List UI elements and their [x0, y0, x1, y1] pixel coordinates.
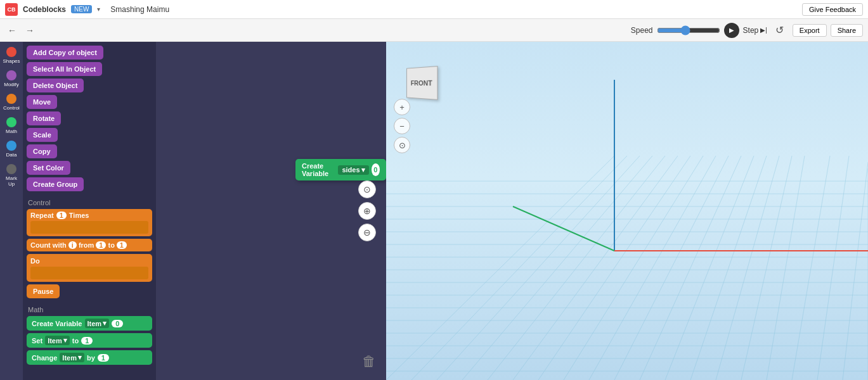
floating-dropdown[interactable]: sides ▾ [338, 165, 368, 175]
sidebar-item-data[interactable]: Data [1, 138, 22, 160]
speed-slider[interactable] [657, 25, 720, 35]
speed-label: Speed [631, 26, 653, 35]
sidebar-item-math[interactable]: Math [1, 115, 22, 137]
create-variable-block[interactable]: Create Variable Item ▾ 0 [27, 316, 152, 331]
main-area: Shapes Modify Control Math Data Mark Up … [0, 42, 868, 380]
reset-button[interactable]: ↺ [771, 22, 789, 39]
3d-viewport[interactable]: FRONT + − ⊙ [386, 42, 868, 380]
set-color-button[interactable]: Set Color [27, 161, 70, 175]
trash-icon[interactable]: 🗑 [362, 353, 376, 370]
toolbar: ← → Speed ▶ Step ▶| ↺ Export Share [0, 19, 868, 42]
feedback-button[interactable]: Give Feedback [802, 3, 863, 16]
add-copy-button[interactable]: Add Copy of object [27, 46, 103, 60]
change-dropdown[interactable]: Item ▾ [60, 353, 84, 362]
zoom-out-button[interactable]: ⊖ [358, 224, 376, 241]
rotate-button[interactable]: Rotate [27, 111, 61, 125]
viewport-grid [386, 42, 868, 380]
app-logo: CB [5, 3, 18, 16]
icon-sidebar: Shapes Modify Control Math Data Mark Up [0, 42, 23, 380]
control-section-label: Control [28, 199, 152, 206]
sidebar-item-modify[interactable]: Modify [1, 68, 22, 90]
sidebar-item-shapes[interactable]: Shapes [1, 44, 22, 66]
step-button[interactable]: Step ▶| [743, 26, 767, 35]
app-name: Codeblocks [23, 5, 66, 14]
back-button[interactable]: ← [5, 24, 19, 37]
front-cube-label: FRONT [406, 66, 437, 100]
svg-rect-0 [386, 42, 868, 380]
delete-object-button[interactable]: Delete Object [27, 79, 84, 92]
sidebar-item-markup[interactable]: Mark Up [1, 162, 22, 189]
floating-create-variable-block[interactable]: Create Variable sides ▾ 0 [295, 159, 386, 180]
zoom-fit-button[interactable]: ⊙ [358, 180, 376, 198]
viewport-controls: + − ⊙ [394, 99, 410, 153]
change-block[interactable]: Change Item ▾ by 1 [27, 350, 152, 365]
do-block[interactable]: Do [27, 254, 152, 282]
new-badge: NEW [71, 5, 92, 13]
set-block[interactable]: Set Item ▾ to 1 [27, 333, 152, 348]
dropdown-arrow[interactable]: ▾ [97, 6, 100, 13]
viewport-zoom-out-button[interactable]: − [394, 118, 410, 134]
set-dropdown[interactable]: Item ▾ [45, 336, 70, 345]
topbar: CB Codeblocks NEW ▾ Smashing Maimu Give … [0, 0, 868, 19]
project-name: Smashing Maimu [110, 5, 169, 14]
count-with-block[interactable]: Count with i from 1 to 1 [27, 239, 152, 251]
pause-button[interactable]: Pause [27, 284, 60, 298]
viewport-reset-button[interactable]: ⊙ [394, 137, 410, 153]
export-button[interactable]: Export [793, 24, 827, 37]
create-group-button[interactable]: Create Group [27, 177, 84, 191]
scale-button[interactable]: Scale [27, 128, 58, 142]
zoom-in-button[interactable]: ⊕ [358, 202, 376, 220]
math-section-label: Math [28, 306, 152, 314]
forward-button[interactable]: → [23, 24, 37, 37]
copy-button[interactable]: Copy [27, 144, 57, 158]
blocks-panel: Add Copy of object Select All In Object … [23, 42, 156, 380]
sidebar-item-control[interactable]: Control [1, 91, 22, 113]
repeat-block[interactable]: Repeat 1 Times [27, 209, 152, 236]
share-button[interactable]: Share [831, 24, 863, 37]
editor-zoom-controls: ⊙ ⊕ ⊖ [358, 180, 376, 241]
play-button[interactable]: ▶ [724, 23, 739, 38]
select-all-button[interactable]: Select All In Object [27, 62, 102, 76]
viewport-zoom-in-button[interactable]: + [394, 99, 410, 115]
create-var-dropdown[interactable]: Item ▾ [85, 319, 110, 328]
move-button[interactable]: Move [27, 95, 57, 109]
editor-area[interactable]: Create Variable sides ▾ 0 ⊙ ⊕ ⊖ 🗑 [156, 42, 386, 380]
